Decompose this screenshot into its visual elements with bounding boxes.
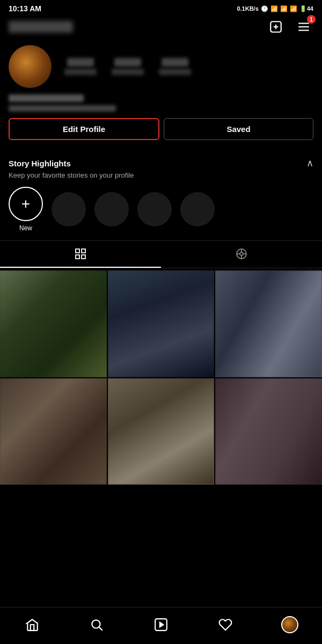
new-highlight-label: New [19, 224, 32, 232]
nav-profile-avatar [281, 616, 298, 633]
home-icon [25, 618, 39, 632]
bottom-nav [0, 607, 322, 644]
svg-marker-19 [160, 623, 164, 627]
photo-cell-2[interactable] [108, 270, 215, 377]
followers-label [112, 69, 144, 75]
photo-cell-3[interactable] [215, 270, 322, 377]
plus-square-icon [269, 20, 283, 34]
network-icon: 📶 [280, 5, 288, 12]
profile-info [9, 94, 313, 112]
highlight-circle-2[interactable] [94, 192, 129, 226]
svg-rect-7 [82, 249, 85, 253]
nav-reels-button[interactable] [150, 614, 172, 635]
followers-count [114, 58, 141, 67]
edit-profile-button[interactable]: Edit Profile [9, 118, 159, 140]
tab-reels[interactable] [161, 241, 322, 268]
svg-point-16 [92, 620, 100, 628]
avatar [9, 45, 52, 88]
saved-button[interactable]: Saved [164, 118, 313, 140]
svg-rect-6 [76, 249, 79, 253]
add-highlight-button[interactable]: + [9, 187, 43, 221]
highlights-row: + New [9, 187, 313, 236]
posts-stat [64, 58, 97, 75]
following-count [162, 58, 188, 67]
highlights-header: Story Highlights ∧ [9, 157, 313, 169]
svg-line-17 [99, 627, 103, 631]
nav-activity-button[interactable] [215, 614, 236, 635]
nav-search-button[interactable] [86, 614, 107, 635]
top-nav-icons: 1 [266, 17, 313, 36]
hamburger-menu-button[interactable]: 1 [294, 17, 313, 36]
clock-icon: 🕐 [261, 5, 268, 12]
photo-cell-6[interactable] [215, 378, 322, 485]
wifi-icon: 📶 [290, 5, 297, 12]
signal-icon: 📶 [270, 5, 278, 12]
notification-badge: 1 [307, 15, 316, 24]
highlight-circle-1[interactable] [52, 192, 86, 226]
battery-icon: 🔋44 [299, 5, 313, 12]
nav-home-button[interactable] [21, 614, 43, 635]
play-square-icon [154, 618, 168, 632]
svg-point-11 [240, 252, 243, 255]
chevron-up-icon[interactable]: ∧ [306, 157, 313, 169]
top-nav: 1 [0, 15, 322, 41]
profile-name [9, 94, 84, 102]
photo-cell-4[interactable] [0, 378, 107, 485]
grid-icon [74, 247, 87, 260]
network-speed: 0.1KB/s [237, 5, 258, 12]
photo-grid [0, 270, 322, 485]
username-display [9, 21, 73, 33]
posts-count [67, 58, 94, 67]
highlights-subtitle: Keep your favorite stories on your profi… [9, 171, 313, 179]
svg-rect-9 [82, 255, 85, 259]
camera-reels-icon [235, 247, 248, 260]
heart-icon [218, 618, 232, 632]
profile-top [9, 45, 313, 88]
highlight-circle-3[interactable] [137, 192, 172, 226]
photo-cell-5[interactable] [108, 378, 215, 485]
status-bar: 10:13 AM 0.1KB/s 🕐 📶 📶 📶 🔋44 [0, 0, 322, 15]
posts-label [64, 69, 97, 75]
photo-cell-1[interactable] [0, 270, 107, 377]
tab-grid[interactable] [0, 241, 161, 268]
svg-rect-8 [76, 255, 79, 259]
story-highlights: Story Highlights ∧ Keep your favorite st… [0, 153, 322, 240]
highlights-title: Story Highlights [9, 159, 71, 168]
add-post-button[interactable] [266, 17, 286, 36]
following-stat [159, 58, 191, 75]
new-highlight-item: + New [9, 187, 43, 232]
following-label [159, 69, 191, 75]
content-tab-bar [0, 240, 322, 268]
followers-stat [112, 58, 144, 75]
status-time: 10:13 AM [9, 4, 41, 13]
profile-bio [9, 105, 116, 112]
profile-section: Edit Profile Saved [0, 41, 322, 153]
action-buttons: Edit Profile Saved [9, 118, 313, 140]
status-right: 0.1KB/s 🕐 📶 📶 📶 🔋44 [237, 5, 313, 12]
profile-stats [64, 58, 313, 75]
search-icon [90, 618, 104, 632]
nav-profile-button[interactable] [279, 614, 301, 635]
highlight-circle-4[interactable] [180, 192, 215, 226]
